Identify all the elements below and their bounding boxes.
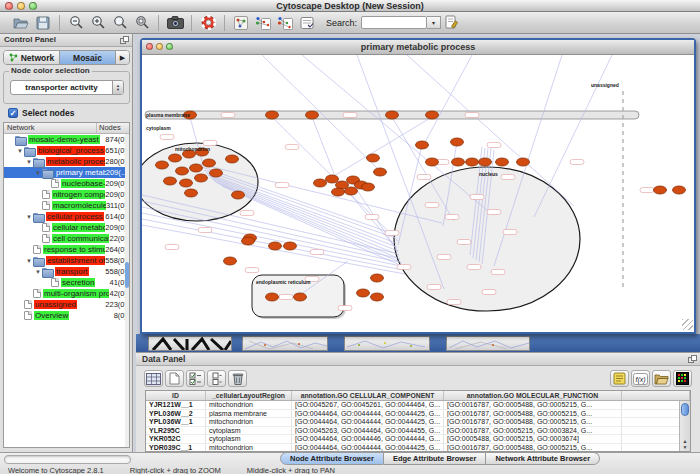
expand-arrow-icon[interactable]: ▼ xyxy=(25,214,33,220)
scrollbar-thumb[interactable] xyxy=(681,403,689,416)
annotation-pad-icon[interactable] xyxy=(610,370,629,387)
column-header[interactable]: ID xyxy=(146,391,206,400)
resize-grip[interactable] xyxy=(682,319,693,330)
tree-row[interactable]: ▼metabolic process280(0) xyxy=(4,156,129,167)
attr-table-icon[interactable] xyxy=(144,370,163,387)
graph-node[interactable] xyxy=(190,164,203,172)
float-panel-icon[interactable] xyxy=(120,36,129,44)
background-network-window[interactable] xyxy=(148,336,232,351)
snapshot-icon[interactable] xyxy=(164,14,186,32)
tree-row[interactable]: cell communicat22(0) xyxy=(4,233,129,244)
zoom-in-icon[interactable] xyxy=(87,14,109,32)
tree-row[interactable]: ▼establishment of lo558(0) xyxy=(4,255,129,266)
tree-row[interactable]: ▼biological_process651(0) xyxy=(4,145,129,156)
graph-node[interactable] xyxy=(242,237,255,245)
graph-node[interactable] xyxy=(284,242,297,250)
graph-node[interactable] xyxy=(426,158,439,166)
column-header[interactable]: annotation.GO CELLULAR_COMPONENT xyxy=(292,391,444,400)
graph-node[interactable] xyxy=(226,155,239,163)
scrollbar-arrows[interactable]: ▲▼ xyxy=(680,438,690,450)
unselect-attrs-icon[interactable] xyxy=(207,370,226,387)
graph-node[interactable] xyxy=(371,293,384,301)
tab-node-attribute-browser[interactable]: Node Attribute Browser xyxy=(280,452,384,465)
export-network-icon[interactable] xyxy=(274,14,296,32)
graph-node[interactable] xyxy=(232,191,245,199)
tree-row[interactable]: secretion41(0) xyxy=(4,277,129,288)
delete-attr-icon[interactable] xyxy=(228,370,247,387)
tree-scrollbar[interactable] xyxy=(125,134,129,447)
float-panel-icon[interactable] xyxy=(688,355,697,363)
tab-mosaic[interactable]: Mosaic xyxy=(60,51,116,64)
edge[interactable] xyxy=(222,186,404,267)
background-network-window[interactable] xyxy=(344,336,430,351)
network-canvas[interactable]: plasma membranecytoplasmmitochondrionnuc… xyxy=(142,55,694,331)
tree-row[interactable]: unassigned223(0) xyxy=(4,299,129,310)
expand-arrow-icon[interactable]: ▼ xyxy=(16,148,24,154)
function-builder-icon[interactable]: f(x) xyxy=(631,370,650,387)
background-network-window[interactable] xyxy=(446,336,530,351)
graph-node[interactable] xyxy=(203,159,216,167)
graph-node[interactable] xyxy=(367,154,380,162)
graph-node[interactable] xyxy=(426,111,439,119)
table-row[interactable]: YPL036W__2plasma membrane[GO:0044464, GO… xyxy=(146,410,690,419)
graph-node[interactable] xyxy=(345,187,358,195)
graph-node[interactable] xyxy=(496,158,509,166)
tree-row[interactable]: response to stimul264(0) xyxy=(4,244,129,255)
table-row[interactable]: YJR121W__1mitochondrion[GO:0045267, GO:0… xyxy=(146,401,690,410)
edge[interactable] xyxy=(142,213,401,266)
graph-node[interactable] xyxy=(451,138,464,146)
graph-node[interactable] xyxy=(466,158,479,166)
tab-network-attribute-browser[interactable]: Network Attribute Browser xyxy=(486,452,600,465)
graph-node[interactable] xyxy=(176,167,189,175)
graph-node[interactable] xyxy=(479,158,492,166)
network-icon[interactable] xyxy=(230,14,252,32)
table-row[interactable]: YDR039C__1mitochondrion[GO:0044464, GO:0… xyxy=(146,444,690,452)
tree-row[interactable]: ▼primary metabo209(... xyxy=(4,167,129,178)
graph-node[interactable] xyxy=(266,293,279,301)
graph-node[interactable] xyxy=(169,154,182,162)
edge[interactable] xyxy=(312,117,338,184)
zoom-selected-icon[interactable] xyxy=(131,14,153,32)
expand-arrow-icon[interactable]: ▼ xyxy=(25,258,33,264)
tree-row[interactable]: macromolecule311(0) xyxy=(4,200,129,211)
background-network-window[interactable] xyxy=(242,336,328,351)
tree-row[interactable]: mosaic-demo-yeast874(0) xyxy=(4,134,129,145)
graph-node[interactable] xyxy=(210,169,223,177)
graph-node[interactable] xyxy=(314,179,327,187)
graph-node[interactable] xyxy=(452,158,465,166)
graph-node[interactable] xyxy=(294,293,307,301)
tabs-overflow-button[interactable]: ▶ xyxy=(116,51,129,64)
new-attr-icon[interactable] xyxy=(165,370,184,387)
graph-node[interactable] xyxy=(224,257,237,265)
graph-node[interactable] xyxy=(306,111,319,119)
tree-row[interactable]: ▼cellular process614(0) xyxy=(4,211,129,222)
edge[interactable] xyxy=(302,55,488,211)
zoom-fit-icon[interactable] xyxy=(109,14,131,32)
graph-node[interactable] xyxy=(517,158,530,166)
edge[interactable] xyxy=(534,55,612,217)
search-dropdown-arrow[interactable]: ▾ xyxy=(427,16,441,29)
select-nodes-checkbox[interactable]: ✓ xyxy=(8,108,18,118)
tab-edge-attribute-browser[interactable]: Edge Attribute Browser xyxy=(384,452,486,465)
search-input[interactable] xyxy=(361,16,427,29)
tree-row[interactable]: Overview8(0) xyxy=(4,310,129,321)
tree-row[interactable]: multi-organism pro42(0) xyxy=(4,288,129,299)
graph-node[interactable] xyxy=(269,242,282,250)
tree-row[interactable]: nucleobase-209(0) xyxy=(4,178,129,189)
search-config-icon[interactable] xyxy=(441,14,463,32)
edge[interactable] xyxy=(142,207,399,262)
column-header[interactable]: annotation.GO MOLECULAR_FUNCTION xyxy=(444,391,622,400)
graph-node[interactable] xyxy=(357,289,370,297)
expand-arrow-icon[interactable]: ▼ xyxy=(34,170,42,176)
graph-node[interactable] xyxy=(654,186,667,194)
node-color-dropdown[interactable]: transporter activity ▲▼ xyxy=(10,80,124,95)
heatmap-icon[interactable] xyxy=(673,370,692,387)
tree-row[interactable]: nitrogen compo209(0) xyxy=(4,189,129,200)
graph-node[interactable] xyxy=(416,141,429,149)
graph-node[interactable] xyxy=(326,175,339,183)
column-header[interactable]: _cellularLayoutRegion xyxy=(206,391,292,400)
table-row[interactable]: YPL036W__1mitochondrion[GO:0044464, GO:0… xyxy=(146,418,690,427)
graph-node[interactable] xyxy=(386,111,399,119)
graph-node[interactable] xyxy=(332,188,345,196)
help-icon[interactable] xyxy=(197,14,219,32)
